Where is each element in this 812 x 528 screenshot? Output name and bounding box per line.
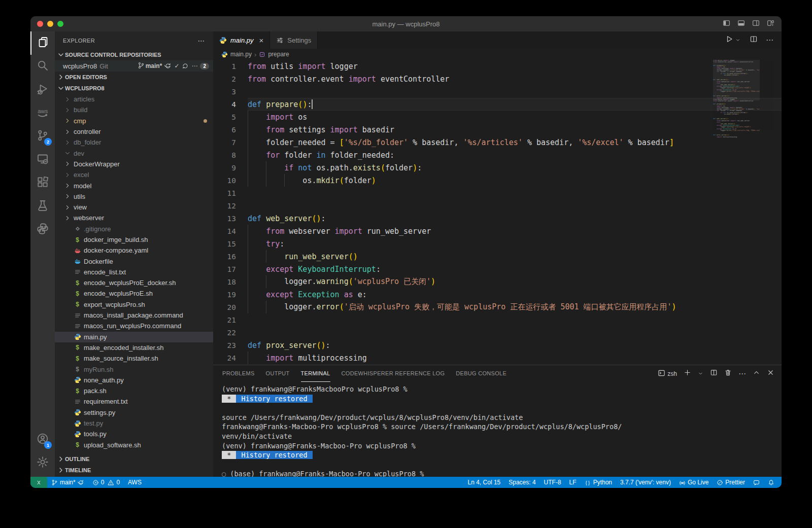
line-number[interactable]: 2 [213,75,248,83]
line-number[interactable]: 4 [213,100,248,109]
tree-item-Dockerfile[interactable]: Dockerfile [55,256,213,266]
activity-bar-item-python[interactable] [30,218,55,241]
line-number[interactable]: 17 [213,265,248,273]
split-editor-button[interactable] [750,35,758,45]
sidebar-more-icon[interactable]: ⋯ [198,37,205,45]
tree-item-tools.py[interactable]: tools.py [55,429,213,439]
activity-bar-item-accounts[interactable]: 1 [30,428,55,451]
tree-item-cmp[interactable]: cmp [55,116,213,126]
line-number[interactable]: 16 [213,253,248,261]
status-cursor-position[interactable]: Ln 4, Col 15 [464,477,505,488]
customize-layout-icon[interactable] [767,19,774,29]
code-line-17[interactable]: 17 except KeyboardInterrupt: [213,263,782,275]
tree-item-encode_list.txt[interactable]: encode_list.txt [55,267,213,277]
tree-item-pack.sh[interactable]: $pack.sh [55,385,213,396]
code-line-23[interactable]: 23def prox_server(): [213,339,782,351]
code-line-8[interactable]: 8 for folder in folder_needed: [213,149,782,161]
code-line-14[interactable]: 14 from webserver import run_web_server [213,225,782,237]
tree-item-docker_imge_build.sh[interactable]: $docker_imge_build.sh [55,234,213,245]
panel-tab-codewhisperer-reference-log[interactable]: CODEWHISPERER REFERENCE LOG [342,365,445,382]
status-language-mode[interactable]: { }Python [581,477,616,488]
activity-bar-item-remote-explorer[interactable] [30,148,55,171]
tree-item-export_wcplusPro.sh[interactable]: $export_wcplusPro.sh [55,299,213,310]
refresh-icon[interactable] [182,62,189,69]
close-panel-icon[interactable] [767,369,774,378]
tree-item-make_source_installer.sh[interactable]: $make_source_installer.sh [55,353,213,364]
code-line-6[interactable]: 6 from settings import basedir [213,123,782,136]
status-feedback[interactable] [749,477,764,488]
tree-item-macos_run_wcplusPro.command[interactable]: macos_run_wcplusPro.command [55,321,213,331]
activity-bar-item-source-control[interactable]: 2 [30,125,55,148]
tree-item-utils[interactable]: utils [55,191,213,202]
code-line-3[interactable]: 3 [213,85,782,98]
commit-check-icon[interactable]: ✓ [174,62,179,69]
tree-item-DockerWrapper[interactable]: DockerWrapper [55,159,213,169]
status-git-branch[interactable]: main* [47,477,88,488]
code-line-16[interactable]: 16 run_web_server() [213,250,782,263]
minimap-slider[interactable] [713,60,760,100]
kill-terminal-button[interactable] [724,369,732,378]
toggle-sidebar-icon[interactable] [723,19,730,29]
scm-more-icon[interactable]: ⋯ [191,62,197,69]
branch-indicator[interactable]: main* [138,62,162,71]
section-open-editors[interactable]: OPEN EDITORS [55,72,213,83]
status-problems[interactable]: 00 [88,477,124,488]
zoom-window-button[interactable] [57,21,63,27]
activity-bar-item-search[interactable] [30,55,55,78]
line-number[interactable]: 1 [213,62,248,71]
status-indentation[interactable]: Spaces: 4 [504,477,539,488]
breadcrumb-file[interactable]: main.py [230,51,252,58]
section-source-control-repositories[interactable]: SOURCE CONTROL REPOSITORIES [55,49,213,60]
code-editor[interactable]: 1from utils import logger2from controlle… [213,60,782,365]
editor-more-actions-button[interactable]: ⋯ [766,36,773,45]
line-number[interactable]: 10 [213,177,248,185]
code-line-2[interactable]: 2from controller.event import eventContr… [213,73,782,85]
panel-tab-debug-console[interactable]: DEBUG CONSOLE [456,365,506,382]
sync-icon[interactable] [164,62,172,69]
code-line-4[interactable]: 4def prepare(): [213,98,782,111]
line-number[interactable]: 14 [213,227,248,235]
run-python-file-button[interactable] [725,35,733,45]
code-line-24[interactable]: 24 import multiprocessing [213,351,782,364]
status-notifications[interactable] [764,477,779,488]
line-number[interactable]: 7 [213,138,248,147]
new-terminal-button[interactable] [684,369,691,378]
toggle-panel-icon[interactable] [737,19,745,29]
tree-item-articles[interactable]: articles [55,94,213,104]
section-outline[interactable]: OUTLINE [55,453,213,465]
tree-item-make_encoded_installer.sh[interactable]: $make_encoded_installer.sh [55,342,213,353]
tree-item-build[interactable]: build [55,104,213,115]
code-line-20[interactable]: 20 logger.error('启动 wcplusPro 失败，可能是 wcp… [213,301,782,313]
code-line-1[interactable]: 1from utils import logger [213,60,782,73]
line-number[interactable]: 9 [213,164,248,172]
tree-item-test.py[interactable]: test.py [55,418,213,429]
tree-item-model[interactable]: model [55,180,213,191]
code-line-13[interactable]: 13def web_server(): [213,212,782,225]
activity-bar-item-run-debug[interactable] [30,78,55,101]
terminal-dropdown-chevron-icon[interactable] [698,370,703,377]
line-number[interactable]: 18 [213,278,248,286]
tree-item-excel[interactable]: excel [55,169,213,180]
status-prettier[interactable]: Prettier [713,477,749,488]
line-number[interactable]: 13 [213,215,248,223]
terminal-output[interactable]: (venv) frankwang@FranksMacbooPro wcplusP… [213,382,782,477]
launch-profile[interactable]: zsh [658,369,677,378]
code-line-22[interactable]: 22 [213,326,782,339]
close-tab-icon[interactable]: × [259,36,264,45]
tree-item-main.py[interactable]: main.py [55,332,213,342]
line-number[interactable]: 8 [213,151,248,159]
tree-item-macos_install_package.command[interactable]: macos_install_package.command [55,310,213,321]
activity-bar-item-explorer[interactable] [30,31,55,55]
line-number[interactable]: 15 [213,240,248,248]
close-window-button[interactable] [37,21,43,27]
code-line-18[interactable]: 18 logger.warning('wcplusPro 已关闭') [213,275,782,288]
code-line-21[interactable]: 21 [213,313,782,326]
toggle-secondary-sidebar-icon[interactable] [752,19,760,29]
code-line-10[interactable]: 10 os.mkdir(folder) [213,174,782,187]
status-go-live[interactable]: Go Live [675,477,713,488]
status-python-interpreter[interactable]: 3.7.7 ('venv': venv) [616,477,675,488]
code-line-12[interactable]: 12 [213,199,782,212]
code-line-15[interactable]: 15 try: [213,237,782,250]
tree-item-encode_wcplusProE_docker.sh[interactable]: $encode_wcplusProE_docker.sh [55,277,213,288]
line-number[interactable]: 24 [213,354,248,362]
